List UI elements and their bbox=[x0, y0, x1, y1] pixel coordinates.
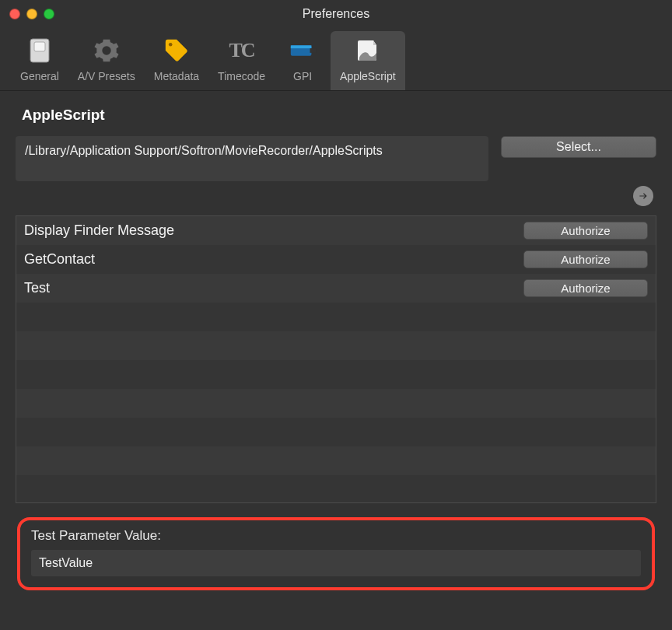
toolbar-tab-timecode[interactable]: TCTimecode bbox=[208, 31, 275, 90]
authorize-button[interactable]: Authorize bbox=[523, 222, 648, 240]
tc-icon: TC bbox=[227, 36, 257, 65]
script-row[interactable]: TestAuthorize bbox=[16, 274, 656, 303]
toolbar-tab-label: AppleScript bbox=[340, 70, 396, 82]
toolbar-tab-gpi[interactable]: GPI bbox=[275, 31, 331, 90]
script-row bbox=[16, 331, 656, 360]
script-row[interactable]: Display Finder MessageAuthorize bbox=[16, 216, 656, 245]
script-list: Display Finder MessageAuthorizeGetContac… bbox=[16, 215, 656, 503]
svg-point-2 bbox=[169, 43, 173, 47]
script-row bbox=[16, 389, 656, 418]
close-window-button[interactable] bbox=[9, 9, 20, 19]
toolbar-tab-a-v-presets[interactable]: A/V Presets bbox=[68, 31, 145, 90]
toolbar-tab-applescript[interactable]: AppleScript bbox=[331, 31, 405, 90]
zoom-window-button[interactable] bbox=[44, 9, 54, 19]
script-row bbox=[16, 418, 656, 446]
reveal-in-finder-button[interactable] bbox=[633, 186, 653, 206]
toolbar-tab-general[interactable]: General bbox=[11, 31, 68, 90]
svg-rect-1 bbox=[34, 42, 45, 51]
script-name: Display Finder Message bbox=[24, 222, 174, 239]
script-row bbox=[16, 303, 656, 331]
switch-icon bbox=[25, 36, 54, 65]
test-parameter-label: Test Parameter Value: bbox=[31, 528, 641, 544]
svg-rect-4 bbox=[291, 45, 312, 48]
titlebar: Preferences bbox=[0, 0, 672, 28]
window-title: Preferences bbox=[0, 7, 672, 21]
gear-icon bbox=[92, 36, 121, 65]
gpi-icon bbox=[288, 36, 317, 65]
test-parameter-input[interactable] bbox=[31, 550, 641, 576]
toolbar-tab-label: A/V Presets bbox=[78, 70, 135, 82]
script-row bbox=[16, 446, 656, 475]
preferences-toolbar: GeneralA/V PresetsMetadataTCTimecodeGPIA… bbox=[0, 28, 672, 91]
section-title: AppleScript bbox=[22, 107, 656, 124]
tag-icon bbox=[162, 36, 191, 65]
test-parameter-highlight: Test Parameter Value: bbox=[17, 517, 655, 590]
script-name: GetContact bbox=[24, 251, 95, 268]
minimise-window-button[interactable] bbox=[26, 9, 37, 19]
script-row bbox=[16, 360, 656, 389]
toolbar-tab-label: Metadata bbox=[154, 70, 199, 82]
toolbar-tab-label: GPI bbox=[293, 70, 312, 82]
script-icon bbox=[353, 36, 383, 65]
authorize-button[interactable]: Authorize bbox=[523, 279, 648, 297]
window-controls bbox=[9, 9, 54, 19]
authorize-button[interactable]: Authorize bbox=[523, 250, 648, 268]
svg-rect-5 bbox=[310, 48, 317, 53]
script-folder-path: /Library/Application Support/Softron/Mov… bbox=[16, 136, 488, 181]
script-name: Test bbox=[24, 280, 50, 296]
script-row[interactable]: GetContactAuthorize bbox=[16, 245, 656, 274]
toolbar-tab-label: General bbox=[20, 70, 59, 82]
script-row bbox=[16, 475, 656, 503]
toolbar-tab-metadata[interactable]: Metadata bbox=[145, 31, 208, 90]
content-area: AppleScript /Library/Application Support… bbox=[0, 91, 672, 590]
toolbar-tab-label: Timecode bbox=[218, 70, 265, 82]
select-folder-button[interactable]: Select... bbox=[501, 136, 656, 158]
